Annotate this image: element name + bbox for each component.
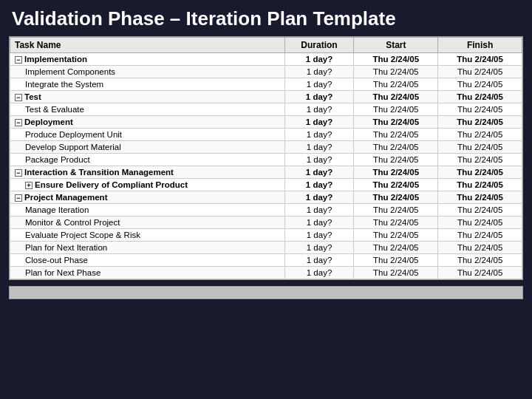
finish-cell: Thu 2/24/05 [438,166,522,179]
finish-cell: Thu 2/24/05 [438,191,522,204]
task-name-cell: −Test [10,91,285,103]
task-name-cell: Plan for Next Iteration [10,242,285,254]
task-name-cell: Close-out Phase [10,254,285,267]
task-name-cell: Develop Support Material [10,141,285,154]
task-name-cell: Implement Components [10,66,285,78]
finish-cell: Thu 2/24/05 [438,229,522,242]
start-cell: Thu 2/24/05 [354,53,438,66]
table-row: Manage Iteration1 day?Thu 2/24/05Thu 2/2… [10,204,522,216]
finish-cell: Thu 2/24/05 [438,267,522,279]
finish-cell: Thu 2/24/05 [438,129,522,141]
collapse-icon[interactable]: − [15,119,22,126]
collapse-icon[interactable]: − [15,56,22,64]
table-row: Close-out Phase1 day?Thu 2/24/05Thu 2/24… [10,254,522,267]
collapse-icon[interactable]: − [15,169,22,177]
start-cell: Thu 2/24/05 [354,154,438,166]
finish-cell: Thu 2/24/05 [438,242,522,254]
start-cell: Thu 2/24/05 [354,66,438,78]
collapse-icon[interactable]: − [15,194,22,202]
duration-cell: 1 day? [284,66,354,78]
finish-cell: Thu 2/24/05 [438,204,522,216]
task-name-cell: Plan for Next Phase [10,267,285,279]
col-task-name: Task Name [10,38,285,53]
start-cell: Thu 2/24/05 [354,129,438,141]
duration-cell: 1 day? [284,191,354,204]
duration-cell: 1 day? [284,254,354,267]
start-cell: Thu 2/24/05 [354,204,438,216]
table-row: Plan for Next Phase1 day?Thu 2/24/05Thu … [10,267,522,279]
finish-cell: Thu 2/24/05 [438,66,522,78]
task-name-cell: Package Product [10,154,285,166]
col-finish: Finish [438,38,522,53]
table-row: +Ensure Delivery of Compliant Product1 d… [10,179,522,191]
finish-cell: Thu 2/24/05 [438,103,522,116]
table-row: Monitor & Control Project1 day?Thu 2/24/… [10,216,522,229]
duration-cell: 1 day? [284,229,354,242]
start-cell: Thu 2/24/05 [354,242,438,254]
task-name-cell: −Deployment [10,116,285,129]
start-cell: Thu 2/24/05 [354,216,438,229]
start-cell: Thu 2/24/05 [354,229,438,242]
table-header-row: Task Name Duration Start Finish [10,38,522,53]
table-body: −Implementation1 day?Thu 2/24/05Thu 2/24… [10,53,522,279]
task-name-cell: −Implementation [10,53,285,66]
start-cell: Thu 2/24/05 [354,191,438,204]
task-name-cell: −Interaction & Transition Management [10,166,285,179]
finish-cell: Thu 2/24/05 [438,53,522,66]
task-table: Task Name Duration Start Finish −Impleme… [10,37,522,279]
duration-cell: 1 day? [284,154,354,166]
start-cell: Thu 2/24/05 [354,103,438,116]
duration-cell: 1 day? [284,53,354,66]
duration-cell: 1 day? [284,116,354,129]
finish-cell: Thu 2/24/05 [438,179,522,191]
finish-cell: Thu 2/24/05 [438,91,522,103]
start-cell: Thu 2/24/05 [354,141,438,154]
expand-icon[interactable]: + [25,182,33,189]
table-row: Evaluate Project Scope & Risk1 day?Thu 2… [10,229,522,242]
finish-cell: Thu 2/24/05 [438,254,522,267]
task-name-cell: +Ensure Delivery of Compliant Product [10,179,285,191]
start-cell: Thu 2/24/05 [354,254,438,267]
task-name-cell: Integrate the System [10,78,285,91]
task-table-container: Task Name Duration Start Finish −Impleme… [9,36,523,280]
table-row: Integrate the System1 day?Thu 2/24/05Thu… [10,78,522,91]
finish-cell: Thu 2/24/05 [438,216,522,229]
table-row: Test & Evaluate1 day?Thu 2/24/05Thu 2/24… [10,103,522,116]
duration-cell: 1 day? [284,91,354,103]
table-row: Implement Components1 day?Thu 2/24/05Thu… [10,66,522,78]
duration-cell: 1 day? [284,242,354,254]
task-name-cell: Evaluate Project Scope & Risk [10,229,285,242]
duration-cell: 1 day? [284,267,354,279]
finish-cell: Thu 2/24/05 [438,116,522,129]
duration-cell: 1 day? [284,141,354,154]
duration-cell: 1 day? [284,166,354,179]
table-row: −Interaction & Transition Management1 da… [10,166,522,179]
col-start: Start [354,38,438,53]
table-row: Plan for Next Iteration1 day?Thu 2/24/05… [10,242,522,254]
start-cell: Thu 2/24/05 [354,179,438,191]
collapse-icon[interactable]: − [15,94,22,101]
table-row: −Implementation1 day?Thu 2/24/05Thu 2/24… [10,53,522,66]
table-row: Develop Support Material1 day?Thu 2/24/0… [10,141,522,154]
duration-cell: 1 day? [284,179,354,191]
page-title: Validation Phase – Iteration Plan Templa… [12,7,520,30]
start-cell: Thu 2/24/05 [354,116,438,129]
col-duration: Duration [284,38,354,53]
task-name-cell: −Project Management [10,191,285,204]
duration-cell: 1 day? [284,103,354,116]
task-name-cell: Manage Iteration [10,204,285,216]
finish-cell: Thu 2/24/05 [438,154,522,166]
start-cell: Thu 2/24/05 [354,267,438,279]
table-row: −Test1 day?Thu 2/24/05Thu 2/24/05 [10,91,522,103]
duration-cell: 1 day? [284,216,354,229]
start-cell: Thu 2/24/05 [354,166,438,179]
table-row: Produce Deployment Unit1 day?Thu 2/24/05… [10,129,522,141]
task-name-cell: Produce Deployment Unit [10,129,285,141]
footer-bar [9,286,523,299]
table-row: −Project Management1 day?Thu 2/24/05Thu … [10,191,522,204]
duration-cell: 1 day? [284,78,354,91]
table-row: −Deployment1 day?Thu 2/24/05Thu 2/24/05 [10,116,522,129]
finish-cell: Thu 2/24/05 [438,78,522,91]
duration-cell: 1 day? [284,129,354,141]
start-cell: Thu 2/24/05 [354,91,438,103]
